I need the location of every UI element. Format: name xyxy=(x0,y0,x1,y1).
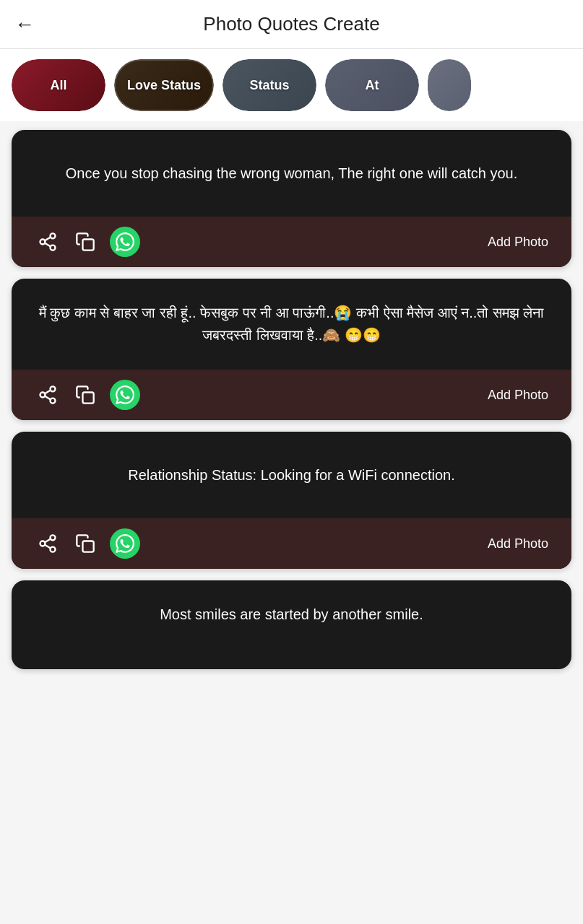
quote-actions-2: Add Photo xyxy=(12,370,571,420)
share-button-1[interactable] xyxy=(29,227,66,256)
svg-rect-11 xyxy=(83,393,94,404)
whatsapp-icon xyxy=(116,385,134,404)
svg-line-10 xyxy=(45,391,51,394)
svg-line-9 xyxy=(45,396,51,400)
quotes-list: Once you stop chasing the wrong woman, T… xyxy=(0,121,583,678)
quote-card-3: Relationship Status: Looking for a WiFi … xyxy=(12,432,571,569)
svg-line-15 xyxy=(45,545,51,549)
category-label-at: At xyxy=(353,78,392,93)
quote-actions-3: Add Photo xyxy=(12,518,571,569)
svg-rect-5 xyxy=(83,240,94,250)
category-label-status: Status xyxy=(237,78,303,93)
share-icon xyxy=(38,232,58,252)
category-chip-at[interactable]: At xyxy=(325,59,419,111)
share-icon xyxy=(38,533,58,554)
copy-icon xyxy=(75,533,95,554)
quote-text-2: मैं कुछ काम से बाहर जा रही हूं.. फेसबुक … xyxy=(12,279,571,370)
svg-line-16 xyxy=(45,539,51,543)
add-photo-button-2[interactable]: Add Photo xyxy=(482,385,554,406)
whatsapp-icon xyxy=(116,232,134,251)
quote-text-1: Once you stop chasing the wrong woman, T… xyxy=(12,130,571,217)
copy-button-1[interactable] xyxy=(66,227,104,256)
category-label-love-status: Love Status xyxy=(114,78,214,93)
quote-card-4: Most smiles are started by another smile… xyxy=(12,580,571,669)
back-button[interactable]: ← xyxy=(14,14,35,35)
copy-icon xyxy=(75,232,95,252)
whatsapp-icon xyxy=(116,534,134,553)
category-chip-love-status[interactable]: Love Status xyxy=(114,59,214,111)
header: ← Photo Quotes Create xyxy=(0,0,583,49)
svg-line-3 xyxy=(45,243,51,247)
add-photo-button-3[interactable]: Add Photo xyxy=(482,533,554,554)
whatsapp-button-3[interactable] xyxy=(110,528,140,559)
category-bar: All Love Status Status At xyxy=(0,49,583,121)
page-title: Photo Quotes Create xyxy=(49,13,534,35)
quote-text-4: Most smiles are started by another smile… xyxy=(12,580,571,669)
share-icon xyxy=(38,385,58,405)
copy-icon xyxy=(75,385,95,405)
copy-button-3[interactable] xyxy=(66,529,104,558)
category-chip-status[interactable]: Status xyxy=(223,59,316,111)
category-chip-partial[interactable] xyxy=(428,59,471,111)
share-button-2[interactable] xyxy=(29,380,66,409)
share-button-3[interactable] xyxy=(29,529,66,558)
whatsapp-button-2[interactable] xyxy=(110,380,140,410)
category-label-all: All xyxy=(37,78,79,93)
svg-line-4 xyxy=(45,237,51,241)
add-photo-button-1[interactable]: Add Photo xyxy=(482,232,554,253)
copy-button-2[interactable] xyxy=(66,380,104,409)
whatsapp-button-1[interactable] xyxy=(110,227,140,257)
quote-text-3: Relationship Status: Looking for a WiFi … xyxy=(12,432,571,518)
quote-card-2: मैं कुछ काम से बाहर जा रही हूं.. फेसबुक … xyxy=(12,279,571,420)
category-chip-all[interactable]: All xyxy=(12,59,105,111)
quote-card-1: Once you stop chasing the wrong woman, T… xyxy=(12,130,571,267)
quote-actions-1: Add Photo xyxy=(12,217,571,267)
svg-rect-17 xyxy=(83,541,94,552)
